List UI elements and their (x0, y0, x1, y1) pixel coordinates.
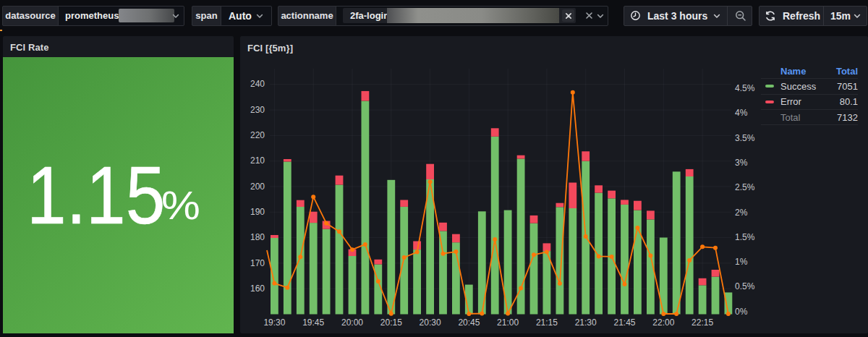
svg-text:20:30: 20:30 (420, 317, 441, 328)
svg-text:21:45: 21:45 (613, 317, 635, 328)
svg-text:2%: 2% (735, 208, 748, 218)
svg-text:180: 180 (250, 232, 265, 242)
svg-text:20:00: 20:00 (341, 317, 363, 328)
svg-text:200: 200 (250, 182, 265, 192)
svg-text:21:00: 21:00 (497, 317, 519, 328)
svg-text:2.5%: 2.5% (735, 182, 755, 192)
svg-text:1.5%: 1.5% (735, 232, 755, 242)
svg-text:3.5%: 3.5% (735, 133, 755, 143)
svg-text:4.5%: 4.5% (735, 83, 755, 93)
svg-text:210: 210 (250, 155, 265, 166)
svg-text:230: 230 (250, 105, 265, 115)
svg-text:170: 170 (250, 258, 265, 268)
svg-text:21:15: 21:15 (536, 317, 558, 328)
svg-text:3%: 3% (735, 158, 748, 168)
svg-text:4%: 4% (735, 108, 748, 118)
svg-text:19:45: 19:45 (302, 317, 324, 328)
svg-text:1%: 1% (735, 257, 748, 267)
svg-text:0.5%: 0.5% (735, 281, 755, 291)
svg-text:20:15: 20:15 (380, 317, 402, 328)
svg-text:20:45: 20:45 (458, 317, 480, 328)
svg-text:240: 240 (250, 79, 265, 89)
svg-text:220: 220 (250, 130, 265, 140)
svg-text:190: 190 (250, 207, 265, 217)
svg-text:22:00: 22:00 (652, 317, 674, 328)
svg-text:19:30: 19:30 (263, 317, 285, 328)
svg-text:21:30: 21:30 (575, 317, 597, 328)
svg-text:0%: 0% (735, 307, 748, 317)
svg-text:160: 160 (250, 283, 265, 294)
svg-text:22:15: 22:15 (692, 317, 713, 328)
